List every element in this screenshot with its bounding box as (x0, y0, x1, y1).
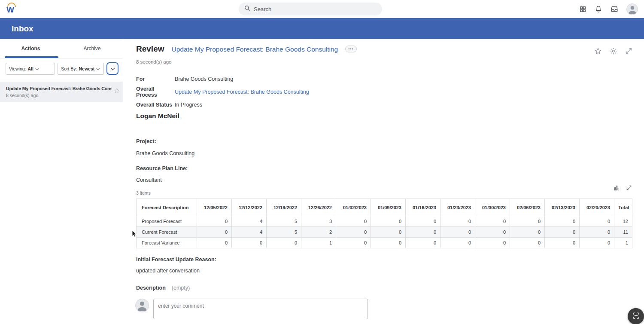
tab-archive[interactable]: Archive (61, 39, 123, 58)
field-overall-status: Overall Status In Progress (136, 101, 309, 108)
cell-value: 0 (475, 227, 510, 238)
field-label: Overall Process (136, 86, 175, 98)
sort-by-filter-value: Newest (79, 66, 95, 71)
cell-value: 0 (580, 216, 614, 227)
inbox-task-time: 8 second(s) ago (6, 93, 112, 98)
cell-value: 0 (406, 216, 440, 227)
cell-value: 11 (614, 227, 632, 238)
resource-plan-line-label: Resource Plan Line: (136, 165, 188, 171)
description-row: Description (empty) (136, 285, 190, 291)
cell-value: 0 (336, 216, 371, 227)
project-value: Brahe Goods Consulting (136, 150, 194, 156)
column-header: Total (614, 199, 632, 216)
cell-value: 0 (475, 216, 510, 227)
cell-value: 0 (232, 238, 267, 248)
column-header: Forecast Description (137, 199, 197, 216)
column-header: 01/23/2023 (440, 199, 475, 216)
notifications-bell-icon[interactable] (595, 5, 602, 13)
workday-inbox-page: W Inbox (0, 0, 644, 324)
review-title: Review (136, 44, 164, 54)
cell-value: 0 (197, 216, 232, 227)
chevron-down-icon (110, 65, 115, 72)
field-value: Brahe Goods Consulting (175, 76, 233, 82)
inbox-sidebar: Actions Archive Viewing: All Sort By: Ne… (0, 39, 123, 324)
comment-avatar (135, 299, 149, 312)
viewing-filter-label: Viewing: (9, 66, 26, 71)
column-header: 02/13/2023 (545, 199, 580, 216)
tab-actions-label: Actions (21, 46, 40, 52)
workday-logo[interactable]: W (6, 3, 18, 15)
field-overall-process: Overall Process Update My Proposed Forec… (136, 88, 309, 95)
cell-value: 0 (406, 238, 440, 248)
cell-value: 4 (232, 216, 267, 227)
cell-value: 3 (301, 216, 336, 227)
expand-table-icon[interactable] (626, 185, 632, 191)
cell-value: 0 (510, 216, 545, 227)
cell-value: 0 (545, 238, 580, 248)
favorite-star-icon[interactable] (114, 88, 120, 95)
viewing-filter-dropdown[interactable]: Viewing: All (6, 63, 55, 75)
forecast-table: Forecast Description12/05/202212/12/2022… (136, 199, 632, 248)
comment-box[interactable] (153, 299, 368, 319)
chart-view-icon[interactable] (614, 185, 620, 191)
tab-actions[interactable]: Actions (0, 39, 61, 58)
chevron-down-icon (35, 66, 39, 71)
table-row: Current Forecast04520000000011 (137, 227, 632, 238)
items-count: 3 items (136, 190, 151, 196)
cell-value: 0 (440, 227, 475, 238)
cell-value: 0 (371, 238, 406, 248)
subject-link[interactable]: Update My Proposed Forecast: Brahe Goods… (171, 46, 338, 53)
cell-value: 0 (580, 238, 614, 248)
more-filters-button[interactable] (106, 62, 118, 75)
sort-by-filter-dropdown[interactable]: Sort By: Newest (58, 63, 104, 75)
cell-value: 2 (301, 227, 336, 238)
cell-value: 0 (371, 216, 406, 227)
cell-value: 0 (440, 216, 475, 227)
table-row: Forecast Variance0001000000001 (137, 238, 632, 248)
table-row: Proposed Forecast04530000000012 (137, 216, 632, 227)
cell-value: 0 (197, 227, 232, 238)
column-header: 01/09/2023 (371, 199, 406, 216)
process-fields: For Brahe Goods Consulting Overall Proce… (136, 75, 309, 114)
cell-value: 0 (371, 227, 406, 238)
cell-value: 0 (580, 227, 614, 238)
global-search[interactable] (239, 3, 382, 15)
table-view-tools (614, 185, 632, 191)
panel-toolbar (594, 47, 632, 55)
cell-value: 0 (545, 227, 580, 238)
profile-avatar[interactable] (626, 3, 638, 15)
tab-archive-label: Archive (83, 46, 100, 52)
fullscreen-icon[interactable] (625, 47, 632, 55)
cell-value: 0 (336, 238, 371, 248)
description-empty-value: (empty) (172, 285, 190, 291)
cell-value: 1 (614, 238, 632, 248)
initial-reason-value: updated after conversation (136, 268, 200, 274)
cell-value: 0 (336, 227, 371, 238)
gear-icon[interactable] (610, 47, 617, 55)
column-header: 12/05/2022 (197, 199, 232, 216)
favorite-star-icon[interactable] (594, 47, 602, 55)
overall-process-link[interactable]: Update My Proposed Forecast: Brahe Goods… (175, 89, 309, 95)
comment-input[interactable] (154, 299, 368, 319)
cell-value: 0 (545, 216, 580, 227)
field-label: Overall Status (136, 102, 175, 108)
viewing-filter-value: All (28, 66, 33, 71)
cell-value: 5 (267, 227, 301, 238)
floating-scan-button[interactable] (628, 308, 644, 324)
row-label: Current Forecast (137, 227, 197, 238)
column-header: 12/12/2022 (232, 199, 267, 216)
related-actions-button[interactable]: ••• (345, 46, 356, 52)
row-label: Forecast Variance (137, 238, 197, 248)
inbox-tray-icon[interactable] (611, 5, 618, 13)
apps-grid-icon[interactable] (579, 6, 586, 13)
column-header: 01/30/2023 (475, 199, 510, 216)
chevron-down-icon (96, 66, 100, 71)
active-tab-underline (5, 56, 58, 58)
forecast-table-body: Proposed Forecast04530000000012Current F… (137, 216, 632, 248)
review-panel: Review Update My Proposed Forecast: Brah… (123, 39, 644, 324)
cell-value: 0 (475, 238, 510, 248)
column-header: 12/19/2022 (267, 199, 301, 216)
inbox-task-item[interactable]: Update My Proposed Forecast: Brahe Goods… (0, 82, 123, 102)
scan-frame-icon (632, 312, 640, 321)
search-input[interactable] (254, 6, 365, 12)
